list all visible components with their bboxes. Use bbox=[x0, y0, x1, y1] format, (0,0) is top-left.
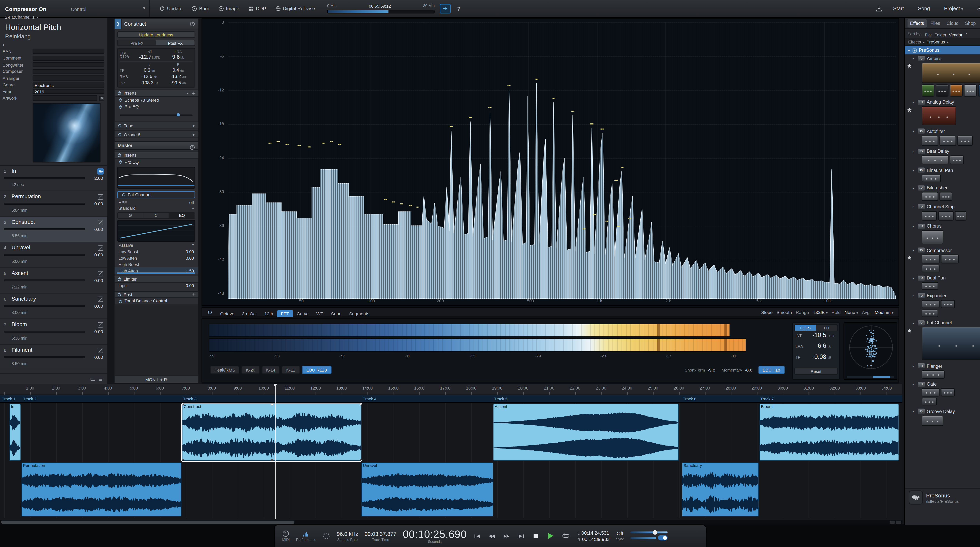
loudness-mode-peak-rms-button[interactable]: Peak/RMS bbox=[210, 366, 240, 374]
meter-tab-lufs[interactable]: LUFS bbox=[795, 325, 816, 331]
browser-item-beat-delay[interactable]: ▸FXBeat Delay bbox=[905, 147, 980, 166]
expand-triangle-icon[interactable]: ▸ bbox=[913, 364, 916, 368]
audio-clip-construct[interactable]: Construct bbox=[182, 403, 362, 461]
eq-param-low-atten[interactable]: Low Atten0.00 bbox=[115, 255, 197, 261]
power-icon[interactable] bbox=[118, 132, 122, 136]
field-value-input[interactable]: Electronic bbox=[33, 82, 105, 87]
browser-item-gate[interactable]: ▸FXGate bbox=[905, 380, 980, 407]
power-icon[interactable] bbox=[118, 98, 123, 102]
expand-triangle-icon[interactable]: ▸ bbox=[913, 186, 916, 190]
mode-3rd-oct-button[interactable]: 3rd Oct bbox=[238, 310, 261, 317]
browser-root-folder[interactable]: ▾ PreSonus bbox=[905, 46, 980, 54]
inspector-track-header[interactable]: 3 Construct bbox=[115, 19, 197, 30]
chevron-down-icon[interactable]: ▾ bbox=[143, 6, 145, 11]
edit-icon[interactable] bbox=[97, 347, 104, 354]
plugin-thumbnail[interactable] bbox=[921, 254, 939, 263]
project-track-row[interactable]: 5Ascent0.007:12 min bbox=[0, 268, 107, 293]
master-inserts-header[interactable]: Inserts bbox=[115, 152, 197, 159]
mode-octave-button[interactable]: Octave bbox=[216, 310, 238, 317]
range-dropdown[interactable]: -50dB ▾ bbox=[813, 310, 828, 314]
plugin-thumbnail[interactable] bbox=[936, 84, 948, 96]
master-insert-proeq[interactable]: Pro EQ bbox=[115, 159, 197, 165]
loop-range-display[interactable]: L00:14:24.531 R00:14:39.933 bbox=[578, 530, 609, 542]
nav-project-button[interactable]: Project▾ bbox=[940, 5, 967, 12]
limiter-section-header[interactable]: Limiter bbox=[115, 276, 197, 282]
main-time-display[interactable]: 00:10:25.690 Seconds bbox=[403, 529, 467, 544]
mode-fft-button[interactable]: FFT bbox=[277, 310, 293, 317]
browser-breadcrumb[interactable]: Effects▸PreSonus▸ bbox=[905, 38, 980, 46]
publish-badge-icon[interactable] bbox=[97, 168, 104, 175]
device-row-ozone-8[interactable]: Ozone 8▾ bbox=[115, 130, 197, 138]
plugin-thumbnail[interactable] bbox=[941, 388, 955, 396]
reset-button[interactable]: Reset bbox=[794, 368, 838, 375]
audio-clip-permutation[interactable]: Permutation bbox=[21, 462, 182, 517]
inserts-section-header[interactable]: Inserts bbox=[115, 89, 197, 97]
plugin-thumbnail[interactable] bbox=[921, 300, 939, 308]
plugin-thumbnail[interactable] bbox=[978, 84, 980, 96]
eq-param-high-atten[interactable]: High Atten1.50 bbox=[115, 267, 197, 274]
browser-item-fat-channel[interactable]: ▸FXFat Channel bbox=[905, 319, 980, 362]
power-icon[interactable] bbox=[118, 123, 122, 127]
favorite-star-icon[interactable] bbox=[907, 328, 912, 333]
smooth-button[interactable]: Smooth bbox=[776, 310, 792, 314]
expand-triangle-icon[interactable]: ▸ bbox=[913, 168, 916, 172]
track-gain-bar[interactable] bbox=[4, 279, 85, 281]
gain-slider[interactable] bbox=[115, 110, 197, 120]
fat-channel-tab-ø[interactable]: Ø bbox=[118, 213, 144, 218]
sort-vendor-button[interactable]: Vendor bbox=[948, 32, 964, 38]
project-length-widget[interactable]: 0 Min 00:55:59:12 80 Min bbox=[327, 4, 435, 14]
nav-start-button[interactable]: Start bbox=[889, 5, 908, 12]
mode-curve-button[interactable]: Curve bbox=[293, 310, 312, 317]
eq-param-low-boost[interactable]: Low Boost0.00 bbox=[115, 248, 197, 255]
browser-item-analog-delay[interactable]: ▸FXAnalog Delay bbox=[905, 98, 980, 127]
sync-indicator[interactable]: Off Sync bbox=[616, 531, 624, 541]
browser-item-ampire[interactable]: ▸FXAmpire bbox=[905, 54, 980, 98]
browser-item-compressor[interactable]: ▸FXCompressor bbox=[905, 246, 980, 274]
insert-scheps-73-stereo[interactable]: Scheps 73 Stereo bbox=[115, 97, 197, 103]
audio-clip-ascent[interactable]: Ascent bbox=[493, 403, 679, 461]
mode-sono-button[interactable]: Sono bbox=[327, 310, 345, 317]
remove-artwork-button[interactable] bbox=[99, 96, 104, 101]
track-gain-bar[interactable] bbox=[4, 228, 85, 230]
track-gain-bar[interactable] bbox=[4, 305, 85, 307]
avg-dropdown[interactable]: Medium ▾ bbox=[875, 310, 893, 314]
help-button[interactable]: ? bbox=[457, 5, 460, 12]
clip-handle[interactable] bbox=[182, 459, 184, 461]
loudness-mode-k-12-button[interactable]: K-12 bbox=[282, 366, 300, 374]
jump-start-button[interactable] bbox=[473, 533, 481, 539]
plugin-thumbnail[interactable] bbox=[941, 254, 959, 263]
plugin-thumbnail[interactable] bbox=[921, 174, 941, 182]
tab-post-fx[interactable]: Post FX bbox=[156, 40, 195, 46]
sort-flat-button[interactable]: Flat bbox=[924, 32, 933, 38]
album-artwork[interactable] bbox=[33, 103, 100, 163]
expand-triangle-icon[interactable]: ▸ bbox=[913, 276, 916, 280]
loop-button[interactable] bbox=[562, 532, 571, 540]
autoscroll-button[interactable] bbox=[440, 4, 451, 14]
project-track-row[interactable]: 6Sanctuary0.003:00 min bbox=[0, 293, 107, 319]
audio-clip-in[interactable]: In bbox=[9, 403, 21, 461]
project-track-row[interactable]: 2Permutation0.006:04 min bbox=[0, 191, 107, 217]
plugin-thumbnail[interactable] bbox=[955, 211, 966, 220]
output-level-control[interactable] bbox=[630, 531, 667, 541]
plugin-thumbnail[interactable] bbox=[921, 282, 938, 290]
field-value-input[interactable] bbox=[33, 49, 105, 54]
plugin-thumbnail[interactable] bbox=[958, 135, 973, 146]
browser-item-dual-pan[interactable]: ▸FXDual Pan bbox=[905, 274, 980, 292]
update-loudness-button[interactable]: Update Loudness bbox=[117, 31, 195, 38]
sort-folder-button[interactable]: Folder bbox=[933, 32, 948, 38]
edit-icon[interactable] bbox=[97, 245, 104, 252]
browser-item-flanger[interactable]: ▸FXFlanger bbox=[905, 362, 980, 380]
plugin-thumbnail[interactable] bbox=[921, 327, 980, 360]
fat-channel-insert[interactable]: Fat Channel bbox=[117, 191, 195, 198]
track-lanes[interactable]: InPermutationConstructUnravelAscentSanct… bbox=[0, 403, 902, 518]
expand-triangle-icon[interactable]: ▸ bbox=[913, 409, 916, 414]
plugin-thumbnail[interactable] bbox=[950, 84, 963, 96]
clip-handle[interactable] bbox=[182, 403, 184, 405]
expand-triangle-icon[interactable]: ▸ bbox=[913, 56, 916, 60]
field-value-input[interactable] bbox=[33, 62, 105, 67]
expand-triangle-icon[interactable]: ▸ bbox=[913, 129, 916, 133]
zoom-controls[interactable] bbox=[889, 520, 901, 524]
playhead[interactable] bbox=[275, 384, 276, 519]
channel-knob-icon[interactable] bbox=[189, 21, 195, 27]
power-icon[interactable] bbox=[118, 105, 123, 109]
